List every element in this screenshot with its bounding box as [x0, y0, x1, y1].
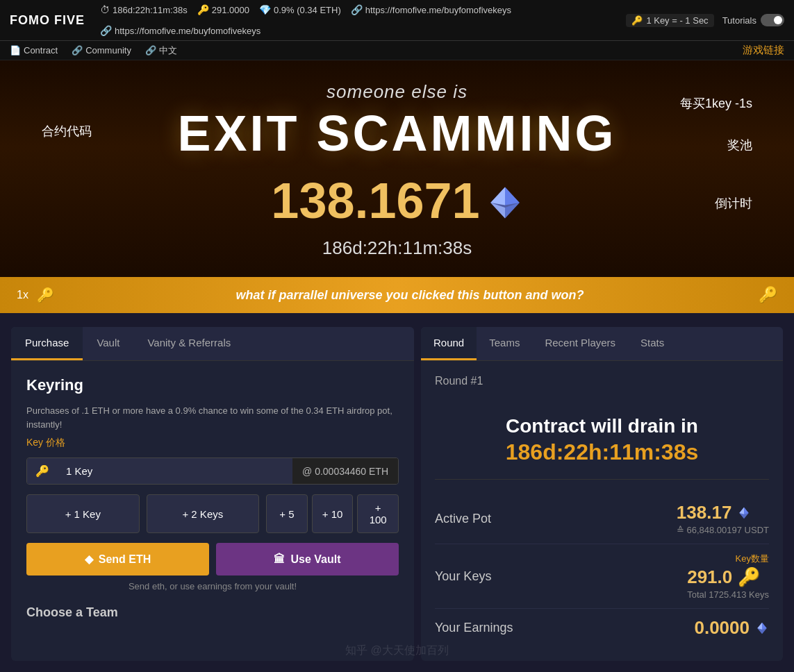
timer-icon: ⏱ — [100, 4, 110, 15]
plus2-keys-button[interactable]: + 2 Keys — [147, 494, 260, 533]
send-eth-button[interactable]: ◆ Send ETH — [26, 543, 209, 576]
your-earnings-value: 0.0000 — [694, 617, 769, 639]
send-note: Send eth, or use earnings from your vaul… — [26, 581, 399, 591]
tutorials-toggle-switch[interactable] — [761, 14, 784, 26]
top-navigation: FOMO FIVE ⏱ 186d:22h:11m:38s 🔑 291.0000 … — [0, 0, 794, 41]
jiangchi-label: 奖池 — [715, 137, 752, 153]
tab-vanity-referrals[interactable]: Vanity & Referrals — [133, 327, 245, 360]
key-icon-cell: 🔑 — [27, 458, 58, 484]
drain-text: Contract will drain in — [449, 412, 755, 439]
banner-right-icon: 🔑 — [759, 286, 777, 304]
your-keys-row: Your Keys Key数量 291.0 🔑 Total 1725.413 K… — [435, 544, 769, 609]
hero-title: EXIT SCAMMING — [14, 108, 780, 158]
left-tab-bar: Purchase Vault Vanity & Referrals — [11, 327, 414, 361]
eth-diamond-icon — [487, 185, 523, 221]
round-header: Round #1 — [435, 375, 769, 387]
drain-box: Contract will drain in 186d:22h:11m:38s — [435, 398, 769, 480]
brand-logo: FOMO FIVE — [10, 13, 85, 28]
daojishi-label: 倒计时 — [715, 195, 752, 212]
svg-marker-2 — [490, 187, 505, 205]
plus5-button[interactable]: + 5 — [266, 494, 308, 533]
your-keys-value: 291.0 🔑 — [687, 566, 769, 588]
key-count-label: Key数量 — [687, 553, 769, 565]
maiji-label: 每买1key -1s — [680, 95, 752, 112]
your-earnings-label: Your Earnings — [435, 621, 513, 635]
use-vault-button[interactable]: 🏛 Use Vault — [216, 543, 399, 576]
link1-icon: 🔗 — [351, 4, 363, 15]
vault-icon: 🏛 — [274, 553, 285, 566]
choose-team-title: Choose a Team — [26, 605, 399, 620]
plus-group: + 5 + 10 + 100 — [266, 494, 399, 533]
secondary-navigation: 📄 Contract 🔗 Community 🔗 中文 游戏链接 — [0, 41, 794, 60]
contract-icon: 📄 — [10, 45, 21, 56]
hero-amount-value: 138.1671 — [271, 172, 479, 229]
tutorials-control: Tutorials — [722, 14, 784, 26]
community-icon: 🔗 — [72, 45, 83, 56]
right-tab-bar: Round Teams Recent Players Stats — [421, 327, 783, 361]
tab-recent-players[interactable]: Recent Players — [532, 327, 628, 360]
plus100-button[interactable]: + 100 — [357, 494, 399, 533]
community-link[interactable]: 🔗 Community — [72, 45, 131, 56]
active-pot-right: 138.17 ≙ 66,848.00197 USDT — [677, 502, 769, 535]
round-panel-body: Round #1 Contract will drain in 186d:22h… — [421, 361, 783, 661]
keys-chip: 🔑 291.0000 — [197, 4, 249, 15]
plus10-button[interactable]: + 10 — [312, 494, 354, 533]
hero-amount: 138.1671 — [14, 172, 780, 233]
contract-link[interactable]: 📄 Contract — [10, 45, 58, 56]
eth-icon-send: ◆ — [85, 553, 93, 566]
plus1-key-button[interactable]: + 1 Key — [26, 494, 140, 533]
your-keys-right: Key数量 291.0 🔑 Total 1725.413 Keys — [687, 553, 769, 600]
hero-top-right-labels: 每买1key -1s — [680, 95, 752, 112]
timer-chip: ⏱ 186d:22h:11m:38s — [100, 4, 188, 15]
hero-timer: 186d:22h:11m:38s — [14, 237, 780, 259]
link1-chip[interactable]: 🔗 https://fomofive.me/buyfomofivekeys — [351, 4, 511, 15]
chinese-icon: 🔗 — [145, 45, 156, 56]
game-link-label: 游戏链接 — [743, 44, 784, 57]
active-pot-label: Active Pot — [435, 512, 491, 526]
key-price-label: Key 价格 — [26, 437, 399, 449]
left-panel: Purchase Vault Vanity & Referrals Keyrin… — [11, 327, 414, 661]
banner-text: what if parrallel universe you clicked t… — [61, 288, 759, 303]
hero-left-labels: 合约代码 — [42, 123, 92, 140]
key-quantity-input[interactable] — [58, 458, 292, 484]
key-icon-keys: 🔑 — [738, 566, 760, 588]
key-icon: 🔑 — [197, 4, 209, 15]
hero-subtitle: someone else is — [14, 81, 780, 103]
keyring-desc: Purchases of .1 ETH or more have a 0.9% … — [26, 404, 399, 431]
active-pot-usdt: ≙ 66,848.00197 USDT — [677, 525, 769, 535]
key-rate-label: 🔑 1 Key = - 1 Sec — [626, 14, 713, 27]
tab-teams[interactable]: Teams — [477, 327, 532, 360]
key-icon-small: 🔑 — [631, 15, 643, 26]
total-keys-label: Total 1725.413 Keys — [687, 589, 769, 600]
link2-chip[interactable]: 🔗 https://fomofive.me/buyfomofivekeys — [100, 25, 260, 36]
nav-right: 🔑 1 Key = - 1 Sec Tutorials — [626, 14, 784, 27]
airdrop-icon: 💎 — [259, 4, 271, 15]
key-quantity-row: 🔑 @ 0.00034460 ETH — [26, 457, 399, 485]
airdrop-chip: 💎 0.9% (0.34 ETH) — [259, 4, 341, 15]
tab-stats[interactable]: Stats — [628, 327, 677, 360]
tab-vault[interactable]: Vault — [83, 327, 133, 360]
chinese-link[interactable]: 🔗 中文 — [145, 44, 177, 57]
action-buttons-row: ◆ Send ETH 🏛 Use Vault — [26, 543, 399, 576]
svg-marker-6 — [744, 507, 749, 514]
svg-marker-9 — [762, 622, 767, 629]
tab-purchase[interactable]: Purchase — [11, 327, 83, 360]
banner-multiplier: 1x — [17, 289, 28, 301]
eth-earnings-icon — [755, 621, 769, 635]
svg-marker-7 — [740, 507, 745, 514]
nav-info: ⏱ 186d:22h:11m:38s 🔑 291.0000 💎 0.9% (0.… — [100, 4, 616, 36]
tab-round[interactable]: Round — [421, 327, 477, 360]
key-price-display: @ 0.00034460 ETH — [292, 458, 398, 484]
contract-code-label: 合约代码 — [42, 123, 92, 140]
your-earnings-row: Your Earnings 0.0000 — [435, 609, 769, 647]
cta-banner[interactable]: 1x 🔑 what if parrallel universe you clic… — [0, 277, 794, 313]
drain-timer: 186d:22h:11m:38s — [449, 439, 755, 465]
banner-key-icon: 🔑 — [37, 287, 54, 303]
your-keys-label: Your Keys — [435, 569, 491, 584]
active-pot-value: 138.17 — [677, 502, 769, 523]
svg-marker-1 — [505, 187, 520, 205]
your-earnings-right: 0.0000 — [694, 617, 769, 639]
right-panel: Round Teams Recent Players Stats Round #… — [421, 327, 783, 661]
eth-pot-icon — [737, 506, 751, 520]
hero-right-labels: 奖池 倒计时 — [715, 137, 752, 215]
